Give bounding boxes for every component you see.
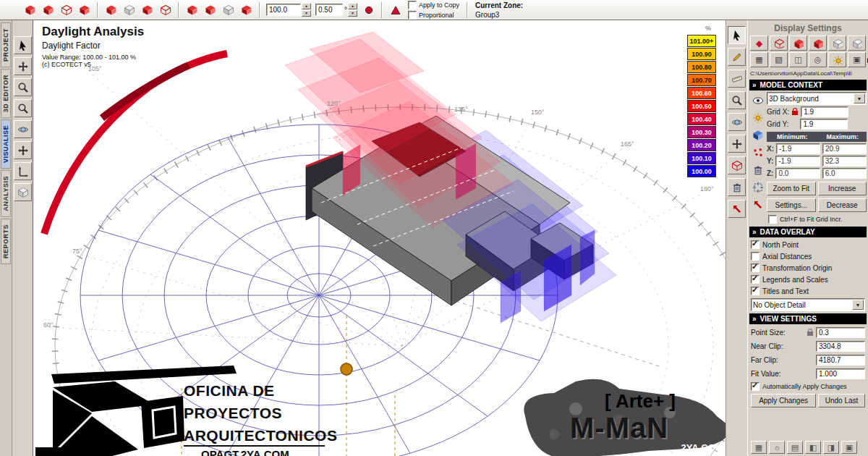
checkbox-box[interactable] (751, 240, 760, 249)
toolbar-tag-icon[interactable] (202, 1, 218, 18)
checkbox-box[interactable] (408, 1, 417, 9)
gray-cube-icon[interactable] (848, 35, 866, 51)
rows-icon[interactable]: ▤ (787, 441, 803, 454)
outline-icon[interactable]: ◫ (789, 52, 807, 67)
red-arrow-icon[interactable] (752, 198, 763, 210)
viewport-3d[interactable]: Daylight Analysis Daylight Factor Value … (33, 20, 726, 456)
angle-spinner[interactable]: 0.50 ° (315, 3, 357, 17)
render-icon[interactable]: ▣ (848, 52, 866, 67)
zoom-spinner[interactable]: 100.0 (266, 3, 311, 17)
tab-analysis[interactable]: ANALYSIS (1, 170, 11, 217)
titles-text-checkbox[interactable]: Titles and Text (751, 287, 865, 295)
model-context-header[interactable]: MODEL CONTEXT (749, 80, 867, 90)
delete-tool-icon[interactable] (728, 178, 746, 196)
shade-icon[interactable]: ▧ (770, 52, 788, 67)
camera-icon[interactable]: ◎ (809, 52, 827, 67)
sun-icon[interactable]: ☼ (769, 441, 785, 454)
red-diamond-icon[interactable]: ◆ (750, 35, 768, 51)
apply-transform-icon[interactable] (387, 1, 404, 18)
rotation-marker-icon[interactable] (360, 1, 377, 18)
scatter-points-icon[interactable] (752, 146, 763, 158)
checkbox-box[interactable] (751, 287, 760, 295)
checkbox-box[interactable] (751, 263, 760, 272)
white-cube-icon[interactable] (828, 35, 846, 51)
shaded-cube-icon[interactable] (809, 35, 827, 51)
grid-icon[interactable]: ▦ (750, 52, 768, 67)
spin-up-icon[interactable] (302, 3, 311, 9)
axes-icon[interactable] (14, 162, 32, 180)
chevron-down-icon[interactable] (852, 300, 864, 310)
z-max-field[interactable]: 6.0 (822, 168, 867, 179)
draw-zone-icon[interactable] (728, 48, 746, 66)
settings-button[interactable]: Settings... (767, 198, 816, 212)
tab-3d-editor[interactable]: 3D EDITOR (1, 69, 11, 118)
orbit-icon[interactable] (14, 120, 32, 138)
zoom-value-field[interactable]: 100.0 (266, 4, 301, 16)
y-min-field[interactable]: -1.9 (775, 156, 820, 166)
grid-x-field[interactable]: 1.9 (801, 106, 848, 117)
toolbar-rotate-icon[interactable] (40, 1, 56, 18)
toolbar-link-icon[interactable] (184, 1, 200, 18)
proportional-checkbox[interactable]: Proportional (408, 11, 459, 20)
background-mode-select[interactable]: 3D Background (767, 92, 867, 105)
toolbar-nudge-icon[interactable] (103, 1, 119, 18)
sun-icon[interactable] (828, 52, 846, 67)
layers-icon[interactable] (14, 183, 32, 201)
trash-icon[interactable] (752, 164, 763, 175)
wire-cube-icon[interactable] (728, 156, 746, 174)
z-min-field[interactable]: 0.0 (775, 168, 820, 179)
tab-visualise[interactable]: VISUALISE (1, 119, 11, 169)
blue-cube-icon[interactable] (752, 129, 763, 140)
view-settings-header[interactable]: VIEW SETTINGS (749, 313, 867, 324)
grid-y-field[interactable]: 1.9 (800, 119, 848, 130)
checkbox-box[interactable] (768, 215, 777, 224)
zoom-icon[interactable] (14, 78, 32, 96)
axial-distances-checkbox[interactable]: Axial Distances (751, 252, 865, 261)
toolbar-copy-icon[interactable] (157, 1, 174, 18)
toolbar-reflect-icon[interactable] (58, 1, 75, 18)
chevron-down-icon[interactable] (854, 93, 865, 104)
point-size-field[interactable]: 0.3 (816, 327, 865, 338)
tab-reports[interactable]: REPORTS (1, 219, 11, 264)
sun-icon[interactable] (752, 111, 763, 123)
pan-tool-icon[interactable] (728, 135, 746, 153)
north-point-checkbox[interactable]: North Point (751, 240, 865, 249)
y-max-field[interactable]: 32.3 (822, 156, 867, 166)
render-icon[interactable]: ▣ (841, 441, 857, 454)
expand-icon[interactable] (752, 228, 757, 236)
expand-icon[interactable] (752, 315, 757, 323)
spin-up-icon[interactable] (348, 3, 357, 9)
x-min-field[interactable]: -1.9 (776, 143, 820, 154)
apply-changes-button[interactable]: Apply Changes (751, 394, 816, 408)
far-clip-field[interactable]: 4180.7 (816, 355, 865, 366)
decrease-button[interactable]: Decrease (818, 198, 867, 212)
toolbar-reset-icon[interactable] (238, 1, 255, 18)
ctrlf-checkbox[interactable]: Ctrl+F to Fit Grid Incr. (768, 215, 865, 224)
object-detail-select[interactable]: No Object Detail (751, 298, 865, 311)
checkbox-box[interactable] (408, 11, 417, 20)
spin-down-icon[interactable] (302, 10, 311, 17)
angle-value-field[interactable]: 0.50 (315, 4, 343, 16)
pan-icon[interactable] (14, 57, 32, 75)
toolbar-extrude-icon[interactable] (121, 1, 137, 18)
current-zone-value[interactable]: Group3 (475, 10, 523, 20)
solid-cube-icon[interactable] (789, 35, 807, 51)
undo-last-button[interactable]: Undo Last (818, 394, 865, 408)
eye-icon[interactable] (752, 94, 763, 106)
toolbar-array-icon[interactable] (139, 1, 156, 18)
data-overlay-header[interactable]: DATA OVERLAY (749, 227, 867, 237)
toolbar-move-icon[interactable] (22, 1, 38, 18)
toolbar-escape-icon[interactable] (220, 1, 237, 18)
apply-to-copy-checkbox[interactable]: Apply to Copy (408, 1, 459, 9)
lock-icon[interactable] (792, 111, 798, 115)
expand-icon[interactable] (752, 81, 757, 89)
checkbox-box[interactable] (751, 275, 760, 284)
measure-icon[interactable] (728, 69, 746, 88)
zoom-to-fit-button[interactable]: Zoom to Fit (767, 182, 816, 195)
transformation-origin-checkbox[interactable]: Transformation Origin (751, 263, 865, 272)
fit-value-field[interactable]: 1.000 (816, 368, 865, 379)
pointer-tool-icon[interactable] (728, 26, 746, 44)
spin-down-icon[interactable] (348, 10, 357, 17)
grid-icon[interactable]: ▦ (751, 441, 767, 454)
wire-cube-icon[interactable] (770, 35, 788, 51)
